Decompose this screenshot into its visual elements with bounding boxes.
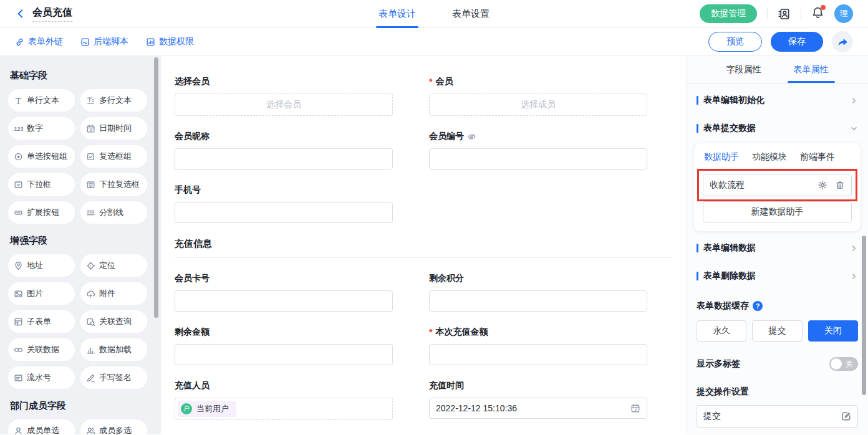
sidebar-item-checkbox-group[interactable]: 复选框组 — [80, 145, 147, 168]
remaining-points-input[interactable] — [429, 290, 647, 312]
sidebar-item-label: 单行文本 — [27, 95, 59, 106]
save-button[interactable]: 保存 — [771, 32, 823, 52]
tab-form-design[interactable]: 表单设计 — [379, 0, 416, 28]
section-title-recharge-info: 充值信息 — [175, 238, 672, 250]
tab-form-settings[interactable]: 表单设置 — [452, 0, 489, 28]
select-member-picker[interactable]: 选择会员 — [175, 93, 393, 116]
avatar[interactable]: 理 — [834, 4, 853, 23]
field-recharge-operator[interactable]: 充值人员 户 当前用户 — [175, 380, 393, 420]
field-member[interactable]: *会员 选择成员 — [429, 76, 647, 116]
section-form-edit-init[interactable]: 表单编辑初始化 — [687, 89, 868, 112]
data-manage-button[interactable]: 数据管理 — [700, 4, 757, 23]
sidebar-item-label: 子表单 — [27, 316, 51, 327]
sidebar-item-address[interactable]: 地址 — [8, 254, 75, 277]
share-button[interactable] — [832, 31, 853, 52]
member-nickname-input[interactable] — [175, 148, 393, 170]
panel-scrollbar[interactable] — [862, 236, 866, 395]
field-member-id[interactable]: 会员编号 — [429, 131, 647, 170]
basic-fields-grid: 单行文本 多行文本 123数字 日期时间 单选按钮组 复选框组 下拉框 下拉复选… — [0, 89, 161, 229]
cache-option-permanent[interactable]: 永久 — [697, 320, 746, 342]
sidebar-item-label: 单选按钮组 — [27, 151, 67, 162]
tab-data-helper[interactable]: 数据助手 — [704, 151, 739, 163]
sidebar-item-select[interactable]: 下拉框 — [8, 173, 75, 196]
field-member-nickname[interactable]: 会员昵称 — [175, 131, 393, 170]
enhanced-fields-grid: 地址 定位 图片 附件 子表单 关联查询 关联数据 数据加载 流水号 手写签名 — [0, 254, 161, 394]
data-permission-button[interactable]: 数据权限 — [146, 36, 194, 47]
calendar-icon — [630, 403, 640, 413]
sidebar-item-location[interactable]: 定位 — [80, 254, 147, 277]
notification-bell-button[interactable] — [811, 6, 824, 21]
expand-button-icon — [14, 208, 23, 218]
section-form-delete-data[interactable]: 表单删除数据 — [687, 265, 868, 287]
sidebar-item-related-data[interactable]: 关联数据 — [8, 338, 75, 361]
tab-function-module[interactable]: 功能模块 — [752, 151, 787, 163]
recharge-amount-input[interactable] — [429, 344, 647, 365]
sidebar-item-image[interactable]: 图片 — [8, 282, 75, 305]
sidebar-item-subform[interactable]: 子表单 — [8, 310, 75, 333]
multi-tab-toggle[interactable]: 关 — [829, 357, 858, 371]
backend-script-button[interactable]: 后端脚本 — [80, 36, 128, 47]
section-form-submit-data[interactable]: 表单提交数据 — [687, 117, 868, 140]
back-icon[interactable] — [15, 8, 26, 19]
sidebar-item-expand-button[interactable]: 扩展按钮 — [8, 201, 75, 224]
new-data-helper-button[interactable]: 新建数据助手 — [703, 201, 852, 222]
sidebar-item-member-multi[interactable]: 成员多选 — [80, 419, 147, 434]
sidebar-item-number[interactable]: 123数字 — [8, 117, 75, 140]
form-external-link-button[interactable]: 表单外链 — [15, 36, 63, 47]
sidebar-item-data-load[interactable]: 数据加载 — [80, 338, 147, 361]
field-select-member[interactable]: 选择会员 选择会员 — [175, 76, 393, 116]
phone-input[interactable] — [175, 202, 393, 223]
sidebar-item-datetime[interactable]: 日期时间 — [80, 117, 147, 140]
gear-icon[interactable] — [817, 180, 827, 190]
field-card-number[interactable]: 会员卡号 — [175, 273, 393, 312]
data-helper-item[interactable]: 收款流程 — [703, 174, 852, 196]
header-left: 会员充值 — [15, 6, 72, 22]
trash-icon[interactable] — [835, 180, 845, 190]
field-phone[interactable]: 手机号 — [175, 184, 393, 223]
tab-frontend-event[interactable]: 前端事件 — [800, 151, 835, 163]
sidebar-item-related-query[interactable]: 关联查询 — [80, 310, 147, 333]
field-remaining-amount[interactable]: 剩余金额 — [175, 327, 393, 365]
cache-option-submit[interactable]: 提交 — [752, 320, 802, 342]
tab-field-properties[interactable]: 字段属性 — [726, 56, 761, 83]
field-recharge-time[interactable]: 充值时间 2022-12-12 15:10:36 — [429, 380, 647, 420]
help-icon[interactable]: ? — [753, 301, 763, 311]
sidebar-item-multi-line-text[interactable]: 多行文本 — [80, 89, 147, 112]
edit-icon[interactable] — [841, 411, 851, 421]
highlight-box: 收款流程 — [697, 169, 857, 201]
sidebar-item-multi-select[interactable]: 下拉复选框 — [80, 173, 147, 196]
preview-button[interactable]: 预览 — [708, 32, 762, 52]
contacts-icon[interactable] — [778, 7, 791, 21]
sidebar-item-serial-number[interactable]: 流水号 — [8, 366, 75, 389]
data-permission-label: 数据权限 — [159, 36, 194, 47]
recharge-time-input[interactable]: 2022-12-12 15:10:36 — [429, 398, 647, 419]
current-user-tag[interactable]: 户 当前用户 — [178, 401, 236, 417]
sidebar-scrollbar[interactable] — [154, 57, 158, 318]
field-remaining-points[interactable]: 剩余积分 — [429, 273, 647, 312]
field-label: 会员编号 — [429, 131, 464, 142]
field-sidebar: 基础字段 单行文本 多行文本 123数字 日期时间 单选按钮组 复选框组 下拉框… — [0, 56, 161, 434]
section-form-edit-data[interactable]: 表单编辑数据 — [687, 237, 868, 259]
sidebar-item-single-line-text[interactable]: 单行文本 — [8, 89, 75, 112]
section-bar — [697, 272, 698, 280]
cache-option-close[interactable]: 关闭 — [808, 320, 858, 342]
divider — [801, 9, 801, 19]
sidebar-item-signature[interactable]: 手写签名 — [80, 366, 147, 389]
tab-form-properties[interactable]: 表单属性 — [794, 56, 829, 83]
sidebar-item-label: 图片 — [27, 288, 43, 299]
card-number-input[interactable] — [175, 290, 393, 312]
field-label: 会员昵称 — [175, 131, 210, 142]
member-picker[interactable]: 选择成员 — [429, 93, 647, 116]
submit-setting-input[interactable]: 提交 — [697, 405, 858, 428]
sidebar-item-attachment[interactable]: 附件 — [80, 282, 147, 305]
backend-script-label: 后端脚本 — [94, 36, 128, 47]
remaining-amount-input[interactable] — [175, 344, 393, 365]
page-title[interactable]: 会员充值 — [32, 6, 72, 22]
sidebar-item-member-single[interactable]: 成员单选 — [8, 419, 75, 434]
recharge-operator-picker[interactable]: 户 当前用户 — [175, 398, 393, 420]
sidebar-item-radio-group[interactable]: 单选按钮组 — [8, 145, 75, 168]
field-recharge-amount[interactable]: *本次充值金额 — [429, 327, 647, 365]
sidebar-item-divider[interactable]: 分割线 — [80, 201, 147, 224]
sidebar-section-title: 部门成员字段 — [0, 394, 161, 419]
member-id-input[interactable] — [429, 148, 647, 170]
